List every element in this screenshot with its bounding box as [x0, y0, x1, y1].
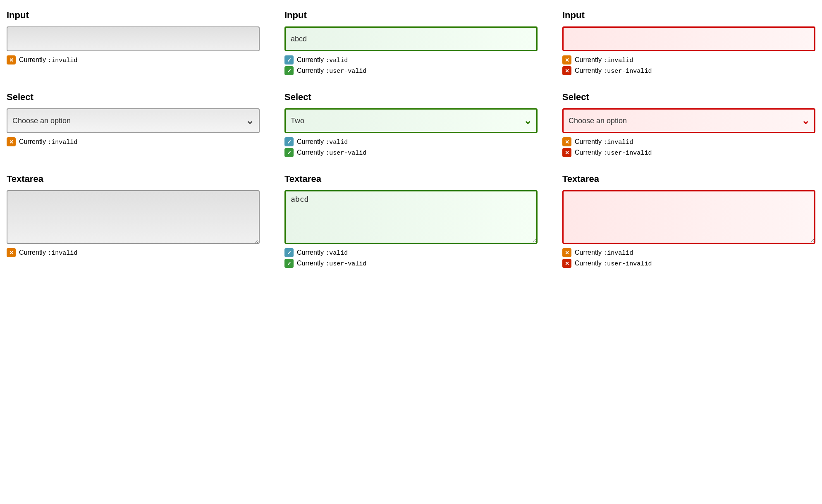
- textarea-field-valid[interactable]: [284, 190, 538, 244]
- status-item-valid-input-1: ✓Currently :user-valid: [284, 66, 538, 75]
- status-text: Currently :valid: [297, 56, 348, 64]
- select-field-neutral[interactable]: Choose an optionOneTwoThree: [7, 108, 260, 133]
- status-item-valid-textarea-1: ✓Currently :user-valid: [284, 259, 538, 268]
- section-label-valid-textarea: Textarea: [284, 174, 538, 184]
- status-text: Currently :user-invalid: [575, 149, 652, 157]
- status-text: Currently :invalid: [575, 138, 633, 146]
- input-field-invalid[interactable]: [562, 26, 815, 51]
- cell-neutral-textarea: Textarea✕Currently :invalid: [7, 174, 260, 268]
- select-field-valid[interactable]: TwoOneThree: [284, 108, 538, 133]
- select-field-invalid[interactable]: Choose an optionOneTwoThree: [562, 108, 815, 133]
- status-item-valid-textarea-0: ✓Currently :valid: [284, 248, 538, 257]
- select-wrapper-neutral: Choose an optionOneTwoThree⌄: [7, 108, 260, 133]
- invalid-orange-icon: ✕: [562, 55, 571, 64]
- section-label-invalid-input: Input: [562, 10, 815, 21]
- status-text: Currently :invalid: [19, 138, 77, 146]
- cell-invalid-textarea: Textarea✕Currently :invalid✕Currently :u…: [562, 174, 815, 268]
- select-wrapper-valid: TwoOneThree⌄: [284, 108, 538, 133]
- textarea-field-invalid[interactable]: [562, 190, 815, 244]
- status-item-valid-select-1: ✓Currently :user-valid: [284, 148, 538, 157]
- status-text: Currently :user-valid: [297, 67, 366, 75]
- status-item-valid-select-0: ✓Currently :valid: [284, 137, 538, 146]
- status-list-invalid-input: ✕Currently :invalid✕Currently :user-inva…: [562, 55, 815, 75]
- cell-valid-input: Input✓Currently :valid✓Currently :user-v…: [284, 10, 538, 75]
- cell-invalid-input: Input✕Currently :invalid✕Currently :user…: [562, 10, 815, 75]
- valid-green-icon: ✓: [284, 148, 294, 157]
- status-text: Currently :user-valid: [297, 260, 366, 268]
- status-item-invalid-input-1: ✕Currently :user-invalid: [562, 66, 815, 75]
- invalid-red-icon: ✕: [562, 259, 571, 268]
- status-item-invalid-input-0: ✕Currently :invalid: [562, 55, 815, 64]
- cell-neutral-input: Input✕Currently :invalid: [7, 10, 260, 75]
- section-label-invalid-select: Select: [562, 92, 815, 103]
- valid-green-icon: ✓: [284, 66, 294, 75]
- section-label-neutral-textarea: Textarea: [7, 174, 260, 184]
- status-list-neutral-textarea: ✕Currently :invalid: [7, 248, 260, 257]
- status-text: Currently :valid: [297, 249, 348, 257]
- status-text: Currently :invalid: [19, 249, 77, 257]
- section-label-neutral-input: Input: [7, 10, 260, 21]
- status-list-invalid-select: ✕Currently :invalid✕Currently :user-inva…: [562, 137, 815, 157]
- invalid-orange-icon: ✕: [562, 248, 571, 257]
- status-list-neutral-input: ✕Currently :invalid: [7, 55, 260, 64]
- status-text: Currently :user-valid: [297, 149, 366, 157]
- valid-blue-icon: ✓: [284, 248, 294, 257]
- invalid-orange-icon: ✕: [7, 248, 16, 257]
- section-label-invalid-textarea: Textarea: [562, 174, 815, 184]
- valid-blue-icon: ✓: [284, 55, 294, 64]
- section-label-neutral-select: Select: [7, 92, 260, 103]
- status-item-valid-input-0: ✓Currently :valid: [284, 55, 538, 64]
- input-field-valid[interactable]: [284, 26, 538, 51]
- status-item-invalid-select-0: ✕Currently :invalid: [562, 137, 815, 146]
- status-text: Currently :invalid: [575, 249, 633, 257]
- input-field-neutral[interactable]: [7, 26, 260, 51]
- status-text: Currently :invalid: [575, 56, 633, 64]
- status-item-neutral-select-0: ✕Currently :invalid: [7, 137, 260, 146]
- status-list-valid-textarea: ✓Currently :valid✓Currently :user-valid: [284, 248, 538, 268]
- section-label-valid-input: Input: [284, 10, 538, 21]
- status-text: Currently :valid: [297, 138, 348, 146]
- status-item-invalid-textarea-0: ✕Currently :invalid: [562, 248, 815, 257]
- status-text: Currently :invalid: [19, 56, 77, 64]
- status-item-neutral-input-0: ✕Currently :invalid: [7, 55, 260, 64]
- valid-blue-icon: ✓: [284, 137, 294, 146]
- status-text: Currently :user-invalid: [575, 260, 652, 268]
- cell-invalid-select: SelectChoose an optionOneTwoThree⌄✕Curre…: [562, 92, 815, 157]
- status-item-invalid-textarea-1: ✕Currently :user-invalid: [562, 259, 815, 268]
- cell-valid-textarea: Textarea✓Currently :valid✓Currently :use…: [284, 174, 538, 268]
- invalid-orange-icon: ✕: [562, 137, 571, 146]
- invalid-orange-icon: ✕: [7, 137, 16, 146]
- invalid-red-icon: ✕: [562, 148, 571, 157]
- textarea-field-neutral[interactable]: [7, 190, 260, 244]
- status-text: Currently :user-invalid: [575, 67, 652, 75]
- main-grid: Input✕Currently :invalidSelectChoose an …: [7, 10, 815, 268]
- section-label-valid-select: Select: [284, 92, 538, 103]
- cell-valid-select: SelectTwoOneThree⌄✓Currently :valid✓Curr…: [284, 92, 538, 157]
- invalid-red-icon: ✕: [562, 66, 571, 75]
- status-item-neutral-textarea-0: ✕Currently :invalid: [7, 248, 260, 257]
- valid-green-icon: ✓: [284, 259, 294, 268]
- cell-neutral-select: SelectChoose an optionOneTwoThree⌄✕Curre…: [7, 92, 260, 157]
- status-list-neutral-select: ✕Currently :invalid: [7, 137, 260, 146]
- status-list-valid-input: ✓Currently :valid✓Currently :user-valid: [284, 55, 538, 75]
- invalid-orange-icon: ✕: [7, 55, 16, 64]
- select-wrapper-invalid: Choose an optionOneTwoThree⌄: [562, 108, 815, 133]
- status-list-valid-select: ✓Currently :valid✓Currently :user-valid: [284, 137, 538, 157]
- status-item-invalid-select-1: ✕Currently :user-invalid: [562, 148, 815, 157]
- status-list-invalid-textarea: ✕Currently :invalid✕Currently :user-inva…: [562, 248, 815, 268]
